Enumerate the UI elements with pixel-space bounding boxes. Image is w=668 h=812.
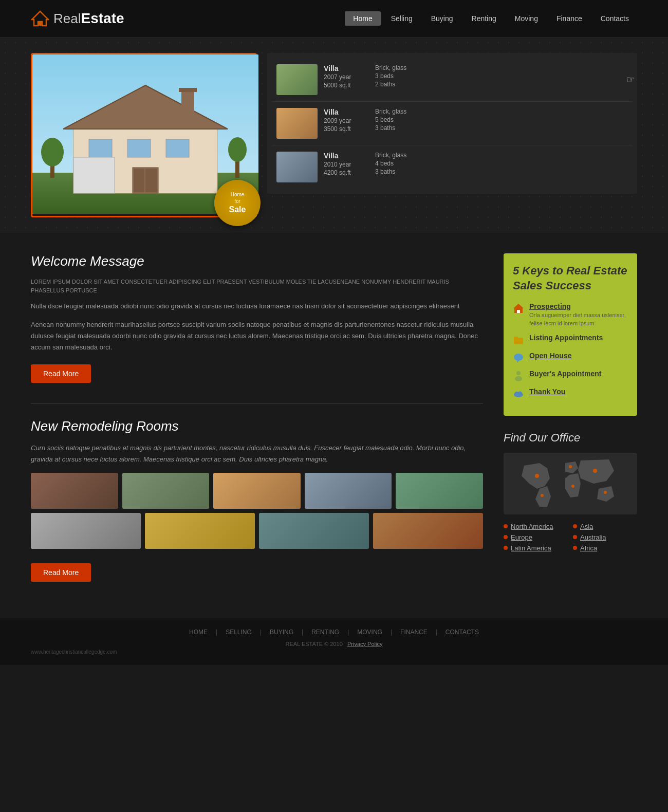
- welcome-body1: Nulla dsce feugiat malesuada odiobi nunc…: [31, 301, 483, 312]
- hero-section: Home for Sale Villa 2007 year 5000 sq.ft…: [0, 38, 668, 233]
- nav-item-renting[interactable]: Renting: [463, 11, 505, 26]
- svg-point-28: [516, 371, 521, 375]
- key-content-thankyou: Thank You: [529, 387, 565, 396]
- welcome-body-upper: LOREM IPSUM DOLOR SIT AMET CONSECTETUER …: [31, 278, 483, 294]
- header: RealEstate Home Selling Buying Renting M…: [0, 0, 668, 38]
- hero-image-wrap: Home for Sale: [31, 53, 257, 217]
- dot-africa: [573, 546, 577, 550]
- svg-rect-10: [89, 139, 112, 157]
- office-asia[interactable]: Asia: [573, 523, 637, 530]
- office-latin-america[interactable]: Latin America: [504, 544, 568, 552]
- listing-material: Brick, glass: [375, 108, 416, 115]
- listing-beds: 5 beds: [375, 116, 416, 123]
- listing-link[interactable]: Listing Appointments: [529, 334, 603, 342]
- svg-point-39: [604, 491, 607, 494]
- svg-rect-15: [145, 169, 157, 192]
- svg-point-34: [535, 474, 539, 478]
- dot-asia: [573, 524, 577, 528]
- footer-nav-moving[interactable]: MOVING: [357, 629, 382, 636]
- key-content-buyer: Buyer's Appointment: [529, 370, 602, 378]
- divider: [31, 403, 483, 404]
- logo: RealEstate: [31, 9, 124, 28]
- rooms-grid-row1: [31, 473, 483, 509]
- footer: HOME | SELLING | BUYING | RENTING | MOVI…: [0, 618, 668, 665]
- footer-copyright: REAL ESTATE © 2010 Privacy Policy: [31, 641, 637, 647]
- nav-item-contacts[interactable]: Contacts: [592, 11, 637, 26]
- listing-item: Villa 2007 year 5000 sq.ft Brick, glass …: [272, 58, 632, 102]
- room-thumb-8: [259, 513, 369, 549]
- svg-rect-11: [127, 139, 151, 157]
- svg-rect-1: [38, 22, 42, 26]
- remodeling-body: Curn sociis natoque penatibus et magnis …: [31, 442, 483, 465]
- office-locations: North America Asia Europe Australia Lati…: [504, 523, 637, 552]
- svg-point-35: [541, 494, 544, 497]
- listing-type: Villa: [324, 152, 365, 160]
- dot-north-america: [504, 524, 508, 528]
- openhouse-link[interactable]: Open House: [529, 352, 571, 360]
- listing-thumbnail-2: [276, 108, 318, 139]
- listing-sqft: 4200 sq.ft: [324, 169, 365, 176]
- listing-item: Villa 2009 year 3500 sq.ft Brick, glass …: [272, 102, 632, 145]
- footer-nav-buying[interactable]: BUYING: [270, 629, 293, 636]
- svg-marker-27: [517, 361, 519, 363]
- listing-beds: 4 beds: [375, 160, 416, 167]
- remodeling-read-more-button[interactable]: Read More: [31, 563, 91, 582]
- thankyou-link[interactable]: Thank You: [529, 387, 565, 396]
- prospecting-link[interactable]: Prospecting: [529, 302, 628, 310]
- office-europe[interactable]: Europe: [504, 533, 568, 541]
- key-item-thankyou: Thank You: [513, 387, 628, 399]
- key-item-buyer: Buyer's Appointment: [513, 370, 628, 381]
- keys-card: 5 Keys to Real Estate Sales Success Pros…: [504, 253, 637, 416]
- nav-item-home[interactable]: Home: [345, 11, 380, 26]
- listing-sqft: 5000 sq.ft: [324, 82, 365, 89]
- office-north-america[interactable]: North America: [504, 523, 568, 530]
- footer-nav-selling[interactable]: SELLING: [226, 629, 252, 636]
- footer-nav-finance[interactable]: FINANCE: [400, 629, 428, 636]
- svg-point-26: [514, 354, 523, 361]
- logo-text: RealEstate: [53, 10, 124, 27]
- room-thumb-5: [396, 473, 483, 509]
- room-thumb-2: [122, 473, 210, 509]
- svg-point-18: [41, 138, 64, 167]
- world-map-svg: [514, 455, 627, 512]
- key-item-openhouse: Open House: [513, 352, 628, 363]
- listing-details-1: Villa 2007 year 5000 sq.ft Brick, glass …: [324, 64, 628, 89]
- footer-privacy-link[interactable]: Privacy Policy: [347, 641, 382, 647]
- sale-badge-line1: Home: [231, 191, 245, 198]
- svg-point-36: [569, 465, 572, 468]
- room-thumb-1: [31, 473, 118, 509]
- dot-latin-america: [504, 546, 508, 550]
- nav-item-selling[interactable]: Selling: [383, 11, 421, 26]
- listing-baths: 3 baths: [375, 124, 416, 132]
- dot-australia: [573, 535, 577, 539]
- svg-rect-23: [517, 310, 520, 313]
- listing-sqft: 3500 sq.ft: [324, 125, 365, 133]
- welcome-read-more-button[interactable]: Read More: [31, 364, 91, 383]
- svg-rect-16: [73, 157, 115, 193]
- listing-beds: 3 beds: [375, 72, 416, 80]
- svg-rect-9: [179, 88, 197, 92]
- cloud-icon: [513, 388, 524, 399]
- nav-item-finance[interactable]: Finance: [548, 11, 590, 26]
- main-nav: Home Selling Buying Renting Moving Finan…: [345, 11, 637, 26]
- footer-nav-home[interactable]: HOME: [189, 629, 208, 636]
- find-office-section: Find Our Office: [504, 431, 637, 552]
- footer-nav-renting[interactable]: RENTING: [311, 629, 339, 636]
- footer-nav: HOME | SELLING | BUYING | RENTING | MOVI…: [31, 629, 637, 636]
- logo-icon: [31, 9, 49, 28]
- sale-badge-line2: for: [234, 198, 240, 205]
- nav-item-moving[interactable]: Moving: [507, 11, 546, 26]
- svg-rect-25: [514, 337, 518, 339]
- office-africa[interactable]: Africa: [573, 544, 637, 552]
- footer-nav-contacts[interactable]: CONTACTS: [446, 629, 479, 636]
- listing-details-3: Villa 2010 year 4200 sq.ft Brick, glass …: [324, 152, 628, 176]
- dot-europe: [504, 535, 508, 539]
- listing-baths: 2 baths: [375, 81, 416, 88]
- world-map: [504, 453, 637, 514]
- welcome-title: Welcome Message: [31, 253, 483, 269]
- svg-point-29: [515, 376, 522, 381]
- buyer-link[interactable]: Buyer's Appointment: [529, 370, 602, 378]
- prospecting-desc: Orla augueimper diet massa usleniser, fe…: [529, 311, 628, 327]
- nav-item-buying[interactable]: Buying: [423, 11, 461, 26]
- office-australia[interactable]: Australia: [573, 533, 637, 541]
